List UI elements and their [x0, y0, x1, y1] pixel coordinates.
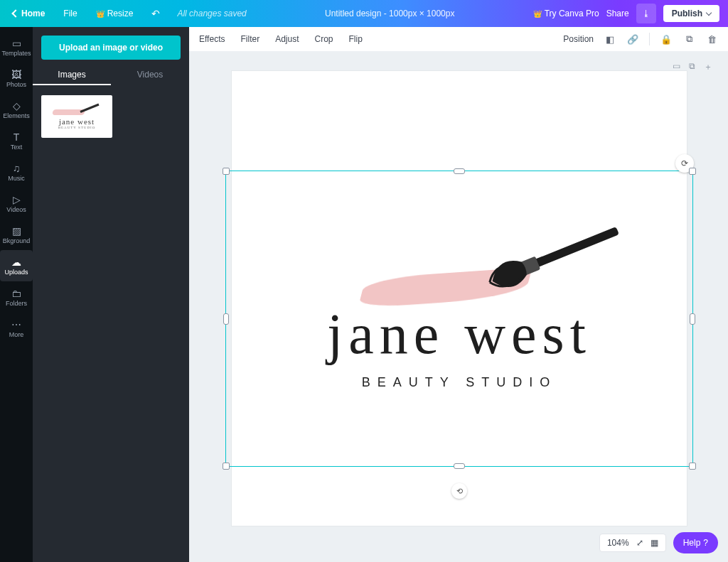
crown-icon: 👑: [96, 10, 105, 18]
page-duplicate-icon[interactable]: ⧉: [689, 61, 695, 73]
file-menu[interactable]: File: [56, 6, 84, 21]
templates-icon: ▭: [11, 38, 22, 49]
download-button[interactable]: ⭳: [636, 4, 656, 23]
thumb-title: jane west: [59, 117, 95, 126]
zoom-level: 104%: [607, 538, 629, 548]
uploads-panel: Upload an image or video Images Videos j…: [33, 27, 189, 562]
resize-handle-nw[interactable]: [223, 168, 230, 175]
folders-icon: 🗀: [11, 288, 22, 299]
share-button[interactable]: Share: [606, 9, 629, 18]
effects-button[interactable]: Effects: [199, 34, 225, 44]
resize-handle-sw[interactable]: [223, 463, 230, 470]
more-icon: ⋯: [11, 319, 22, 330]
context-toolbar: Effects Filter Adjust Crop Flip Position…: [189, 27, 728, 52]
document-title[interactable]: Untitled design - 1000px × 1000px: [247, 9, 533, 18]
chevron-left-icon: [11, 9, 19, 17]
undo-button[interactable]: ↶: [151, 8, 160, 19]
resize-handle-s[interactable]: [454, 463, 465, 469]
photos-icon: 🖼: [11, 69, 22, 80]
design-canvas[interactable]: jane west BEAUTY STUDIO ⟳ ⟲: [232, 71, 687, 526]
uploads-icon: ☁: [11, 256, 22, 268]
rail-text[interactable]: TText: [0, 125, 33, 156]
grid-view-icon[interactable]: ▦: [651, 538, 658, 548]
separator: [649, 33, 650, 45]
rail-music[interactable]: ♫Music: [0, 156, 33, 188]
videos-icon: ▷: [11, 194, 22, 205]
thumb-subtitle: BEAUTY STUDIO: [58, 126, 96, 129]
text-icon: T: [11, 131, 22, 143]
tab-videos[interactable]: Videos: [111, 65, 189, 85]
question-icon: ?: [703, 538, 708, 548]
chevron-down-icon: [706, 10, 712, 16]
selection-box[interactable]: ⟳ ⟲: [225, 171, 693, 467]
top-bar: Home File 👑Resize ↶ All changes saved Un…: [0, 0, 728, 27]
lock-icon[interactable]: 🔒: [660, 33, 673, 45]
background-icon: ▨: [11, 225, 22, 237]
duplicate-icon[interactable]: ⧉: [682, 33, 695, 45]
rail-more[interactable]: ⋯More: [0, 313, 33, 344]
resize-handle-se[interactable]: [689, 463, 696, 470]
canvas-stage: ▭ ⧉ ＋ jane we: [189, 51, 728, 562]
rail-photos[interactable]: 🖼Photos: [0, 63, 33, 94]
fullscreen-icon[interactable]: ⤢: [636, 538, 643, 548]
resize-handle-e[interactable]: [690, 313, 695, 325]
transparency-icon[interactable]: ◧: [604, 33, 616, 45]
home-button[interactable]: Home: [6, 6, 52, 21]
trash-icon[interactable]: 🗑: [705, 33, 718, 45]
resize-button[interactable]: 👑Resize: [89, 6, 141, 21]
brush-icon: [48, 104, 105, 117]
rotate-handle[interactable]: ⟲: [451, 483, 467, 499]
filter-button[interactable]: Filter: [240, 34, 259, 44]
music-icon: ♫: [11, 163, 22, 174]
tool-rail: ▭Templates 🖼Photos ◇Elements TText ♫Musi…: [0, 27, 33, 562]
tab-images[interactable]: Images: [33, 65, 111, 85]
upload-thumbnail[interactable]: jane west BEAUTY STUDIO: [41, 95, 112, 138]
resize-handle-n[interactable]: [454, 168, 465, 174]
elements-icon: ◇: [11, 100, 22, 112]
help-button[interactable]: Help?: [673, 532, 718, 553]
rail-elements[interactable]: ◇Elements: [0, 94, 33, 125]
link-icon[interactable]: 🔗: [626, 33, 639, 45]
position-button[interactable]: Position: [563, 34, 594, 44]
download-icon: ⭳: [642, 9, 651, 18]
crown-icon: 👑: [533, 10, 542, 18]
zoom-control[interactable]: 104% ⤢ ▦: [599, 534, 666, 552]
upload-button[interactable]: Upload an image or video: [41, 36, 181, 60]
rail-bkground[interactable]: ▨Bkground: [0, 219, 33, 250]
resize-handle-w[interactable]: [223, 313, 229, 325]
save-status: All changes saved: [177, 9, 246, 18]
try-pro-button[interactable]: 👑Try Canva Pro: [533, 9, 599, 18]
flip-button[interactable]: Flip: [349, 34, 363, 44]
crop-button[interactable]: Crop: [315, 34, 333, 44]
rail-videos[interactable]: ▷Videos: [0, 188, 33, 219]
page-add-icon[interactable]: ＋: [704, 61, 712, 73]
rail-uploads[interactable]: ☁Uploads: [0, 250, 33, 281]
rail-templates[interactable]: ▭Templates: [0, 31, 33, 63]
publish-button[interactable]: Publish: [663, 5, 719, 22]
adjust-button[interactable]: Adjust: [275, 34, 299, 44]
resize-handle-ne[interactable]: [689, 168, 696, 175]
rail-folders[interactable]: 🗀Folders: [0, 281, 33, 313]
